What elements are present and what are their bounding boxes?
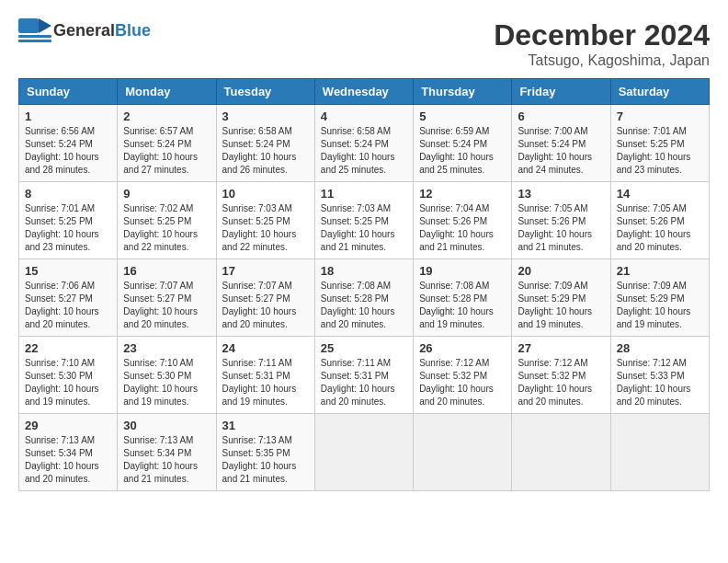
page-header: GeneralBlue December 2024 Tatsugo, Kagos… xyxy=(18,18,710,69)
calendar-cell: 4 Sunrise: 6:58 AMSunset: 5:24 PMDayligh… xyxy=(314,105,413,182)
calendar-week-1: 1 Sunrise: 6:56 AMSunset: 5:24 PMDayligh… xyxy=(19,105,710,182)
calendar-cell: 20 Sunrise: 7:09 AMSunset: 5:29 PMDaylig… xyxy=(512,259,610,337)
day-info: Sunrise: 7:01 AMSunset: 5:25 PMDaylight:… xyxy=(617,126,691,175)
day-number: 2 xyxy=(123,109,210,123)
day-info: Sunrise: 7:13 AMSunset: 5:34 PMDaylight:… xyxy=(123,435,198,484)
day-info: Sunrise: 7:06 AMSunset: 5:27 PMDaylight:… xyxy=(25,281,99,329)
day-info: Sunrise: 7:09 AMSunset: 5:29 PMDaylight:… xyxy=(518,281,592,329)
day-number: 20 xyxy=(518,264,604,278)
day-info: Sunrise: 6:58 AMSunset: 5:24 PMDaylight:… xyxy=(321,126,395,175)
day-info: Sunrise: 6:59 AMSunset: 5:24 PMDaylight:… xyxy=(419,126,494,175)
day-info: Sunrise: 6:57 AMSunset: 5:24 PMDaylight:… xyxy=(123,126,198,175)
day-info: Sunrise: 7:13 AMSunset: 5:34 PMDaylight:… xyxy=(25,435,99,484)
day-info: Sunrise: 7:05 AMSunset: 5:26 PMDaylight:… xyxy=(518,203,592,252)
day-info: Sunrise: 7:10 AMSunset: 5:30 PMDaylight:… xyxy=(123,358,198,407)
calendar-week-2: 8 Sunrise: 7:01 AMSunset: 5:25 PMDayligh… xyxy=(19,182,710,259)
month-title: December 2024 xyxy=(494,18,710,52)
calendar-table: SundayMondayTuesdayWednesdayThursdayFrid… xyxy=(18,78,710,491)
calendar-cell: 6 Sunrise: 7:00 AMSunset: 5:24 PMDayligh… xyxy=(512,105,610,182)
day-info: Sunrise: 7:00 AMSunset: 5:24 PMDaylight:… xyxy=(518,126,592,175)
calendar-cell: 30 Sunrise: 7:13 AMSunset: 5:34 PMDaylig… xyxy=(118,414,216,491)
day-info: Sunrise: 6:56 AMSunset: 5:24 PMDaylight:… xyxy=(25,126,99,175)
day-number: 22 xyxy=(25,341,111,355)
logo-icon xyxy=(18,18,51,42)
calendar-cell: 18 Sunrise: 7:08 AMSunset: 5:28 PMDaylig… xyxy=(314,259,413,337)
day-number: 13 xyxy=(518,187,604,201)
column-header-saturday: Saturday xyxy=(610,79,709,105)
calendar-week-3: 15 Sunrise: 7:06 AMSunset: 5:27 PMDaylig… xyxy=(19,259,710,337)
logo-general: General xyxy=(53,21,115,40)
title-area: December 2024 Tatsugo, Kagoshima, Japan xyxy=(494,18,710,69)
day-number: 5 xyxy=(419,109,506,123)
day-info: Sunrise: 7:11 AMSunset: 5:31 PMDaylight:… xyxy=(321,358,395,407)
calendar-cell: 13 Sunrise: 7:05 AMSunset: 5:26 PMDaylig… xyxy=(512,182,610,259)
calendar-cell: 28 Sunrise: 7:12 AMSunset: 5:33 PMDaylig… xyxy=(610,337,709,414)
day-number: 17 xyxy=(222,264,309,278)
svg-rect-2 xyxy=(18,35,51,38)
column-header-thursday: Thursday xyxy=(414,79,512,105)
day-info: Sunrise: 7:04 AMSunset: 5:26 PMDaylight:… xyxy=(419,203,494,252)
day-info: Sunrise: 7:10 AMSunset: 5:30 PMDaylight:… xyxy=(25,358,99,407)
calendar-cell xyxy=(414,414,512,491)
day-info: Sunrise: 6:58 AMSunset: 5:24 PMDaylight:… xyxy=(222,126,297,175)
day-info: Sunrise: 7:07 AMSunset: 5:27 PMDaylight:… xyxy=(123,281,198,329)
day-number: 10 xyxy=(222,187,309,201)
day-number: 28 xyxy=(617,341,703,355)
day-info: Sunrise: 7:05 AMSunset: 5:26 PMDaylight:… xyxy=(617,203,691,252)
logo-blue: Blue xyxy=(115,21,151,40)
day-info: Sunrise: 7:11 AMSunset: 5:31 PMDaylight:… xyxy=(222,358,297,407)
day-number: 30 xyxy=(123,419,210,432)
calendar-cell: 9 Sunrise: 7:02 AMSunset: 5:25 PMDayligh… xyxy=(118,182,216,259)
calendar-cell: 14 Sunrise: 7:05 AMSunset: 5:26 PMDaylig… xyxy=(610,182,709,259)
day-info: Sunrise: 7:09 AMSunset: 5:29 PMDaylight:… xyxy=(617,281,691,329)
svg-rect-0 xyxy=(18,18,39,33)
column-header-wednesday: Wednesday xyxy=(314,79,413,105)
calendar-cell: 26 Sunrise: 7:12 AMSunset: 5:32 PMDaylig… xyxy=(414,337,512,414)
day-number: 18 xyxy=(321,264,407,278)
day-number: 6 xyxy=(518,109,604,123)
calendar-cell: 22 Sunrise: 7:10 AMSunset: 5:30 PMDaylig… xyxy=(19,337,118,414)
logo: GeneralBlue xyxy=(18,18,151,42)
calendar-cell: 21 Sunrise: 7:09 AMSunset: 5:29 PMDaylig… xyxy=(610,259,709,337)
calendar-cell: 11 Sunrise: 7:03 AMSunset: 5:25 PMDaylig… xyxy=(314,182,413,259)
day-info: Sunrise: 7:02 AMSunset: 5:25 PMDaylight:… xyxy=(123,203,198,252)
day-info: Sunrise: 7:08 AMSunset: 5:28 PMDaylight:… xyxy=(321,281,395,329)
calendar-cell: 8 Sunrise: 7:01 AMSunset: 5:25 PMDayligh… xyxy=(19,182,118,259)
day-number: 1 xyxy=(25,109,111,123)
calendar-cell: 16 Sunrise: 7:07 AMSunset: 5:27 PMDaylig… xyxy=(118,259,216,337)
day-info: Sunrise: 7:12 AMSunset: 5:32 PMDaylight:… xyxy=(419,358,494,407)
day-number: 15 xyxy=(25,264,111,278)
svg-marker-1 xyxy=(39,18,51,33)
column-header-friday: Friday xyxy=(512,79,610,105)
day-info: Sunrise: 7:12 AMSunset: 5:33 PMDaylight:… xyxy=(617,358,691,407)
day-number: 23 xyxy=(123,341,210,355)
calendar-cell: 5 Sunrise: 6:59 AMSunset: 5:24 PMDayligh… xyxy=(414,105,512,182)
calendar-cell: 31 Sunrise: 7:13 AMSunset: 5:35 PMDaylig… xyxy=(216,414,314,491)
column-header-tuesday: Tuesday xyxy=(216,79,314,105)
location-title: Tatsugo, Kagoshima, Japan xyxy=(494,52,710,69)
day-number: 29 xyxy=(25,419,111,432)
calendar-cell: 25 Sunrise: 7:11 AMSunset: 5:31 PMDaylig… xyxy=(314,337,413,414)
day-number: 11 xyxy=(321,187,407,201)
day-info: Sunrise: 7:08 AMSunset: 5:28 PMDaylight:… xyxy=(419,281,494,329)
day-number: 3 xyxy=(222,109,309,123)
calendar-header-row: SundayMondayTuesdayWednesdayThursdayFrid… xyxy=(19,79,710,105)
calendar-cell xyxy=(314,414,413,491)
calendar-cell: 27 Sunrise: 7:12 AMSunset: 5:32 PMDaylig… xyxy=(512,337,610,414)
day-number: 27 xyxy=(518,341,604,355)
calendar-week-5: 29 Sunrise: 7:13 AMSunset: 5:34 PMDaylig… xyxy=(19,414,710,491)
calendar-cell: 24 Sunrise: 7:11 AMSunset: 5:31 PMDaylig… xyxy=(216,337,314,414)
calendar-cell: 10 Sunrise: 7:03 AMSunset: 5:25 PMDaylig… xyxy=(216,182,314,259)
day-number: 9 xyxy=(123,187,210,201)
calendar-cell: 12 Sunrise: 7:04 AMSunset: 5:26 PMDaylig… xyxy=(414,182,512,259)
day-number: 26 xyxy=(419,341,506,355)
calendar-week-4: 22 Sunrise: 7:10 AMSunset: 5:30 PMDaylig… xyxy=(19,337,710,414)
day-number: 4 xyxy=(321,109,407,123)
calendar-cell: 23 Sunrise: 7:10 AMSunset: 5:30 PMDaylig… xyxy=(118,337,216,414)
day-number: 24 xyxy=(222,341,309,355)
calendar-cell: 2 Sunrise: 6:57 AMSunset: 5:24 PMDayligh… xyxy=(118,105,216,182)
day-number: 16 xyxy=(123,264,210,278)
calendar-cell: 17 Sunrise: 7:07 AMSunset: 5:27 PMDaylig… xyxy=(216,259,314,337)
day-number: 7 xyxy=(617,109,703,123)
day-number: 14 xyxy=(617,187,703,201)
